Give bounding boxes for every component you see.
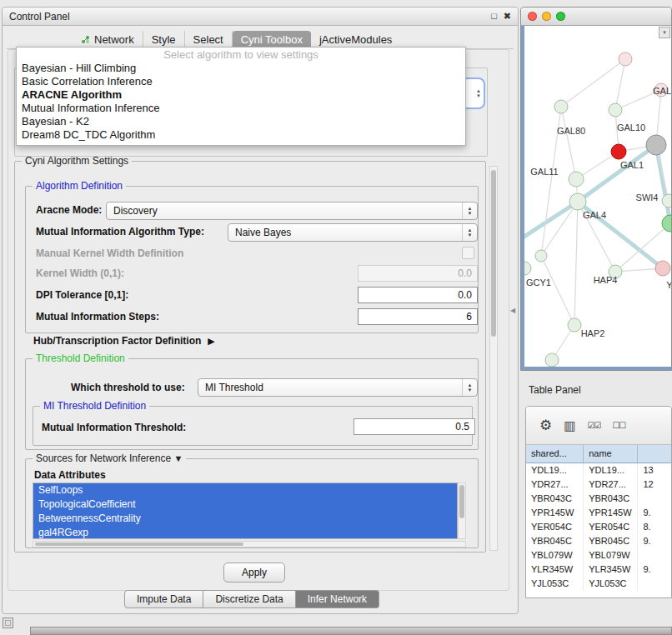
network-node[interactable] <box>611 144 626 159</box>
traffic-light-minimize[interactable] <box>542 12 551 21</box>
tab-style[interactable]: Style <box>143 31 185 48</box>
aracne-mode-select[interactable]: Discovery ▲ ▼ <box>106 202 478 220</box>
apply-button[interactable]: Apply <box>223 562 285 582</box>
table-cell: YDL19... <box>526 463 584 478</box>
threshold-definition-title: Threshold Definition <box>33 352 128 364</box>
attributes-list-hscrollbar[interactable] <box>33 541 466 548</box>
network-node[interactable] <box>655 261 670 276</box>
window-controls: □ ✖ <box>491 11 511 22</box>
table-row[interactable]: YDL19...YDL19...13 <box>526 463 671 478</box>
desktop: Control Panel □ ✖ NetworkStyleSelectCyni… <box>0 0 672 635</box>
table-cell: YDL19... <box>584 463 638 478</box>
network-edge <box>524 202 578 241</box>
table-body: YDL19...YDL19...13YDR27...YDR27...12YBR0… <box>526 463 671 591</box>
tab-select[interactable]: Select <box>185 31 233 48</box>
attribute-item[interactable]: gal4RGexp <box>33 526 457 539</box>
mi-steps-field[interactable]: 6 <box>358 308 478 325</box>
bottom-tab-discretize-data[interactable]: Discretize Data <box>203 590 295 608</box>
tab-cyni-toolbox[interactable]: Cyni Toolbox <box>233 31 311 48</box>
network-node[interactable] <box>569 193 586 210</box>
tab-label: Style <box>152 33 176 46</box>
table-row[interactable]: YDR27...YDR27...12 <box>526 478 671 492</box>
columns-icon[interactable]: ▥ <box>564 418 575 433</box>
splitter-collapse-icon[interactable]: ◀ <box>510 307 515 314</box>
data-attributes-label: Data Attributes <box>34 469 106 481</box>
which-threshold-value: MI Threshold <box>205 382 263 393</box>
attribute-item[interactable]: SelfLoops <box>33 483 457 498</box>
table-panel: ⚙ ▥ ☑☑ ☐☐ shared...name YDL19...YDL19...… <box>525 406 672 598</box>
algorithm-option[interactable]: Bayesian - Hill Climbing <box>17 62 465 75</box>
network-node[interactable] <box>646 135 666 155</box>
hub-definition-toggle[interactable]: Hub/Transcription Factor Definition ▶ <box>33 335 215 347</box>
algorithm-option[interactable]: ARACNE Algorithm <box>17 88 465 102</box>
table-row[interactable]: YJL053CYJL053C <box>526 577 671 591</box>
algorithm-option[interactable]: Bayesian - K2 <box>17 115 465 128</box>
table-cell <box>638 492 671 506</box>
algorithm-option[interactable]: Dream8 DC_TDC Algorithm <box>17 128 465 142</box>
network-node[interactable] <box>569 172 584 187</box>
table-column-header[interactable] <box>638 445 671 462</box>
network-node[interactable] <box>524 262 531 275</box>
which-threshold-select[interactable]: MI Threshold ▲ ▼ <box>198 378 478 397</box>
algorithm-option[interactable]: Basic Correlation Inference <box>17 75 465 88</box>
table-cell: 9. <box>638 506 671 520</box>
table-row[interactable]: YER054CYER054C8. <box>526 520 671 534</box>
mi-threshold-field[interactable]: 0.5 <box>354 418 475 435</box>
table-row[interactable]: YPR145WYPR145W9. <box>526 506 671 520</box>
network-node[interactable] <box>568 318 581 332</box>
network-node-label: GAL <box>653 86 671 96</box>
close-window-icon[interactable]: ✖ <box>504 11 511 22</box>
network-node[interactable] <box>545 353 559 367</box>
cyni-settings-group: Cyni Algorithm Settings Algorithm Defini… <box>14 161 486 552</box>
table-column-header[interactable]: name <box>584 445 638 462</box>
table-cell: YBL079W <box>526 548 584 562</box>
stepper-down-icon: ▼ <box>468 232 473 238</box>
attributes-list-vscrollbar[interactable] <box>458 482 466 539</box>
network-canvas[interactable]: GAL80GAL10GAL11GAL1SWI4GAL4GCY1HAP4HAP2G… <box>521 26 671 370</box>
attribute-item[interactable]: BetweennessCentrality <box>33 512 457 526</box>
network-node[interactable] <box>609 103 622 117</box>
traffic-light-zoom[interactable] <box>556 12 565 21</box>
network-node-label: GCY1 <box>526 278 551 288</box>
table-row[interactable]: YLR345WYLR345W9. <box>526 562 671 577</box>
settings-vscrollbar[interactable] <box>489 166 498 551</box>
table-row[interactable]: YBR045CYBR045C9. <box>526 534 671 548</box>
popup-placeholder: Select algorithm to view settings <box>17 48 465 62</box>
network-node[interactable] <box>535 250 547 262</box>
network-node[interactable] <box>619 52 632 66</box>
tab-network[interactable]: Network <box>73 31 143 48</box>
kernel-width-label: Kernel Width (0,1): <box>36 268 124 279</box>
manual-kernel-checkbox[interactable] <box>462 247 474 259</box>
table-row[interactable]: YBL079WYBL079W <box>526 548 671 562</box>
bottom-tab-infer-network[interactable]: Infer Network <box>296 590 379 608</box>
traffic-light-close[interactable] <box>528 12 537 21</box>
vscroll-thumb[interactable] <box>491 170 496 337</box>
gear-icon[interactable]: ⚙ <box>539 417 552 434</box>
data-attributes-list: SelfLoopsTopologicalCoefficientBetweenne… <box>33 482 458 539</box>
hscroll-thumb[interactable] <box>35 542 243 546</box>
select-all-icon[interactable]: ☑☑ <box>587 421 600 430</box>
tab-jactivemodules[interactable]: jActiveModules <box>311 31 400 48</box>
bottom-tab-impute-data[interactable]: Impute Data <box>124 590 203 608</box>
attribute-item[interactable]: TopologicalCoefficient <box>33 498 457 512</box>
table-row[interactable]: YBR043CYBR043C <box>526 492 671 506</box>
bottom-tab-bar: Impute DataDiscretize DataInfer Network <box>124 590 379 608</box>
birdseye-toggle-icon[interactable]: ▾ <box>659 27 670 38</box>
docked-panel-icon[interactable] <box>3 618 13 628</box>
sources-toggle[interactable]: Sources for Network Inference ▼ <box>33 452 186 464</box>
tab-label: Select <box>193 33 223 46</box>
network-node[interactable] <box>662 194 671 208</box>
mi-threshold-group-title: MI Threshold Definition <box>40 400 149 412</box>
kernel-width-field[interactable]: 0.0 <box>358 265 478 282</box>
algorithm-option[interactable]: Mutual Information Inference <box>17 102 465 115</box>
network-node[interactable] <box>554 100 568 113</box>
mi-type-select[interactable]: Naive Bayes ▲ ▼ <box>228 223 478 242</box>
which-threshold-label: Which threshold to use: <box>71 382 185 393</box>
table-panel-title: Table Panel <box>529 384 581 396</box>
dpi-tolerance-field[interactable]: 0.0 <box>358 287 478 303</box>
float-window-icon[interactable]: □ <box>491 11 497 22</box>
deselect-all-icon[interactable]: ☐☐ <box>612 421 625 430</box>
table-column-header[interactable]: shared... <box>526 445 584 462</box>
collapsed-panel-bar[interactable] <box>30 627 672 635</box>
vscroll-thumb[interactable] <box>459 485 464 518</box>
